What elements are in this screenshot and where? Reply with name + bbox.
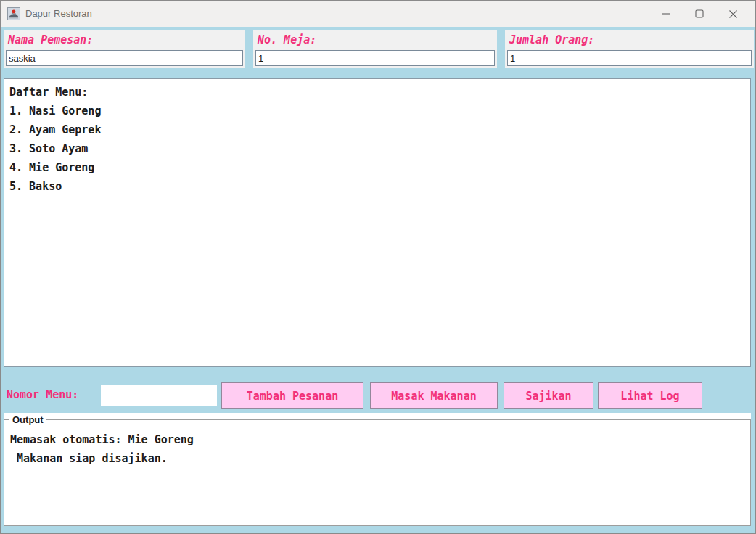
jumlah-orang-label: Jumlah Orang: [509, 33, 594, 46]
output-panel: Output Memasak otomatis: Mie Goreng Maka… [4, 413, 751, 526]
menu-list-textarea[interactable]: Daftar Menu: 1. Nasi Goreng 2. Ayam Gepr… [4, 78, 751, 367]
lihat-log-button[interactable]: Lihat Log [598, 382, 702, 409]
output-textarea[interactable]: Memasak otomatis: Mie Goreng Makanan sia… [10, 430, 747, 523]
nama-pemesan-label: Nama Pemesan: [8, 33, 93, 46]
jumlah-orang-input[interactable] [507, 50, 752, 66]
tambah-pesanan-button[interactable]: Tambah Pesanan [221, 382, 363, 409]
masak-makanan-button[interactable]: Masak Makanan [370, 382, 498, 409]
field-panel-no-meja: No. Meja: [253, 30, 497, 68]
no-meja-label: No. Meja: [258, 33, 316, 46]
window-title: Dapur Restoran [25, 8, 92, 19]
sajikan-button[interactable]: Sajikan [504, 382, 593, 409]
output-panel-title: Output [9, 414, 46, 425]
nomor-menu-label: Nomor Menu: [7, 388, 78, 401]
minimize-icon [662, 9, 670, 18]
app-window: Dapur Restoran Nama Pemesan: No. Meja: J… [0, 0, 756, 534]
nama-pemesan-input[interactable] [6, 50, 243, 66]
field-panel-jumlah-orang: Jumlah Orang: [505, 30, 754, 68]
minimize-button[interactable] [649, 1, 683, 27]
field-panel-nama-pemesan: Nama Pemesan: [4, 30, 245, 68]
title-bar: Dapur Restoran [1, 1, 755, 27]
close-icon [728, 9, 738, 19]
nomor-menu-input[interactable] [101, 385, 217, 406]
close-button[interactable] [716, 1, 749, 27]
no-meja-input[interactable] [255, 50, 495, 66]
maximize-button[interactable] [683, 1, 716, 27]
window-controls [649, 1, 749, 27]
maximize-icon [695, 9, 704, 18]
java-app-icon [7, 7, 20, 20]
